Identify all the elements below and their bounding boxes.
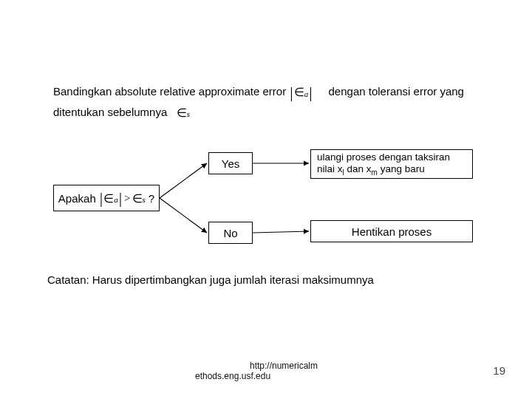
stop-box: Hentikan proses <box>310 220 473 242</box>
page-number: 19 <box>493 364 505 377</box>
yes-box: Yes <box>208 152 253 174</box>
svg-line-3 <box>253 231 309 233</box>
svg-line-1 <box>160 198 207 233</box>
intro-part1: Bandingkan absolute relative approximate… <box>53 85 286 98</box>
flow-diagram: Apakah |∈a| > ∈s ? Yes No ulangi proses … <box>53 148 479 281</box>
decision-box: Apakah |∈a| > ∈s ? <box>53 185 160 211</box>
epsilon-s-symbol: ∈s <box>177 105 190 121</box>
epsilon-a-symbol: |∈a| <box>289 81 313 104</box>
decision-prefix: Apakah <box>58 192 96 205</box>
footer-url: http://numericalm <box>250 361 318 371</box>
intro-text: Bandingkan absolute relative approximate… <box>53 81 479 121</box>
repeat-box: ulangi proses dengan taksiran nilai xl d… <box>310 149 473 179</box>
no-box: No <box>208 222 253 244</box>
footer-ethods: ethods.eng.usf.edu <box>195 371 270 381</box>
svg-line-0 <box>160 163 207 198</box>
decision-suffix: ? <box>149 192 154 205</box>
note-text: Catatan: Harus dipertimbangkan juga juml… <box>47 273 374 286</box>
decision-expression: |∈a| > ∈s <box>99 188 146 208</box>
